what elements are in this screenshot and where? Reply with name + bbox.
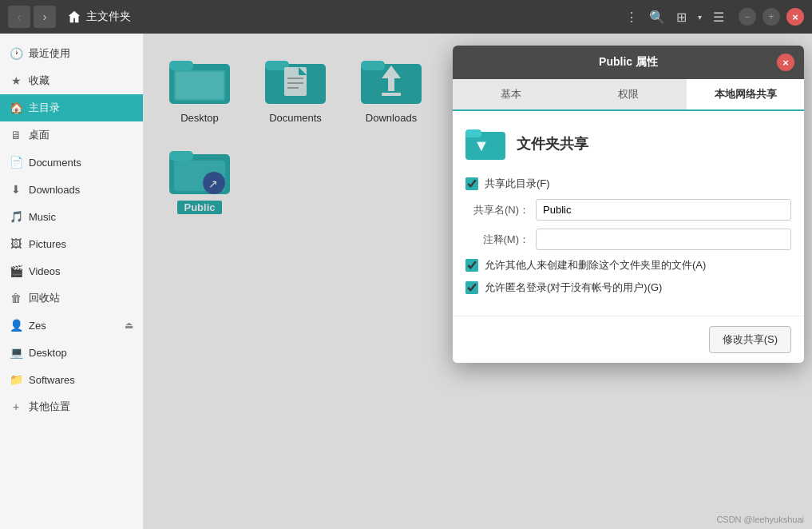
- share-checkbox-row: 共享此目录(F): [465, 177, 791, 191]
- star-icon: ★: [10, 74, 22, 87]
- sidebar-item-pictures[interactable]: 🖼 Pictures: [0, 230, 143, 257]
- share-directory-label: 共享此目录(F): [485, 177, 550, 191]
- sidebar-item-trash[interactable]: 🗑 回收站: [0, 284, 143, 312]
- sidebar-label-softwares: Softwares: [29, 374, 75, 386]
- sidebar-label-trash: 回收站: [29, 291, 60, 305]
- dialog-tabs: 基本 权限 本地网络共享: [453, 79, 804, 111]
- share-name-row: 共享名(N)：: [465, 199, 791, 221]
- share-directory-checkbox[interactable]: [465, 177, 478, 190]
- dialog-folder-icon: ▼: [465, 124, 505, 164]
- titlebar: ‹ › 主文件夹 ⋮ 🔍 ⊞ ▾ ☰ − + ×: [0, 0, 812, 34]
- sidebar-item-documents[interactable]: 📄 Documents: [0, 149, 143, 176]
- sidebar-item-home[interactable]: 🏠 主目录: [0, 94, 143, 121]
- documents-icon: 📄: [10, 156, 22, 169]
- search-icon[interactable]: 🔍: [649, 10, 665, 25]
- sidebar-label-desktop: 桌面: [29, 128, 50, 142]
- allow-guest-label: 允许匿名登录(对于没有帐号的用户)(G): [485, 280, 662, 295]
- dialog-close-button[interactable]: ×: [777, 54, 794, 71]
- sidebar-label-music: Music: [29, 211, 56, 223]
- sidebar-label-downloads: Downloads: [29, 184, 80, 196]
- menu-dots-icon[interactable]: ⋮: [625, 10, 638, 25]
- grid-view-icon[interactable]: ⊞: [676, 10, 687, 25]
- sidebar-item-videos[interactable]: 🎬 Videos: [0, 257, 143, 284]
- sidebar-item-desktop[interactable]: 🖥 桌面: [0, 121, 143, 149]
- tab-sharing[interactable]: 本地网络共享: [687, 79, 804, 111]
- dialog-body: ▼ 文件夹共享 共享此目录(F) 共享名(N)：: [453, 111, 804, 316]
- allow-create-row: 允许其他人来创建和删除这个文件夹里的文件(A): [465, 258, 791, 272]
- svg-text:▼: ▼: [473, 137, 489, 154]
- view-dropdown-icon[interactable]: ▾: [698, 13, 702, 22]
- clock-icon: 🕐: [10, 47, 22, 60]
- titlebar-title: 主文件夹: [86, 10, 131, 24]
- sidebar-item-desktop2[interactable]: 💻 Desktop: [0, 339, 143, 366]
- tab-basic[interactable]: 基本: [453, 79, 570, 109]
- sidebar-item-zes[interactable]: 👤 Zes ⏏: [0, 312, 143, 339]
- allow-guest-checkbox[interactable]: [465, 281, 478, 294]
- tab-permissions[interactable]: 权限: [570, 79, 687, 109]
- home-nav-icon: 🏠: [10, 101, 22, 114]
- user-icon: 👤: [10, 319, 22, 332]
- dialog-section-title: 文件夹共享: [517, 134, 588, 153]
- videos-icon: 🎬: [10, 264, 22, 277]
- plus-icon: +: [10, 400, 22, 413]
- dialog-header: ▼ 文件夹共享: [465, 124, 791, 164]
- share-name-input[interactable]: [536, 199, 791, 221]
- sidebar-label-home: 主目录: [29, 101, 60, 115]
- sidebar-item-downloads[interactable]: ⬇ Downloads: [0, 176, 143, 203]
- sidebar-label-starred: 收藏: [29, 74, 50, 88]
- minimize-button[interactable]: −: [739, 8, 756, 26]
- forward-icon: ›: [43, 10, 47, 23]
- forward-button[interactable]: ›: [34, 6, 56, 28]
- dialog-overlay: Public 属性 × 基本 权限 本地网络共享: [144, 34, 812, 529]
- main-layout: 🕐 最近使用 ★ 收藏 🏠 主目录 🖥 桌面 📄 Documents ⬇ Dow…: [0, 34, 812, 529]
- softwares-icon: 📁: [10, 373, 22, 386]
- file-area: Desktop Documents: [144, 34, 812, 529]
- sidebar-label-pictures: Pictures: [29, 238, 66, 250]
- desktop2-icon: 💻: [10, 346, 22, 359]
- nav-buttons: ‹ ›: [8, 6, 56, 28]
- home-icon: [67, 10, 81, 24]
- close-button[interactable]: ×: [786, 8, 804, 26]
- back-icon: ‹: [18, 10, 22, 23]
- trash-icon: 🗑: [10, 292, 22, 304]
- allow-guest-row: 允许匿名登录(对于没有帐号的用户)(G): [465, 280, 791, 295]
- dialog-footer: 修改共享(S): [453, 316, 804, 363]
- sidebar-label-videos: Videos: [29, 265, 61, 277]
- properties-dialog: Public 属性 × 基本 权限 本地网络共享: [453, 46, 804, 363]
- sidebar-label-recent: 最近使用: [29, 46, 70, 61]
- back-button[interactable]: ‹: [8, 6, 30, 28]
- sidebar-label-desktop2: Desktop: [29, 347, 67, 359]
- comment-row: 注释(M)：: [465, 229, 791, 250]
- sidebar-label-documents: Documents: [29, 157, 81, 169]
- list-view-icon[interactable]: ☰: [713, 10, 724, 25]
- eject-icon: ⏏: [125, 320, 133, 331]
- allow-create-checkbox[interactable]: [465, 259, 478, 272]
- submit-sharing-button[interactable]: 修改共享(S): [709, 326, 791, 353]
- sidebar-label-other: 其他位置: [29, 400, 70, 414]
- dialog-titlebar: Public 属性 ×: [453, 46, 804, 79]
- music-icon: 🎵: [10, 210, 22, 223]
- allow-create-label: 允许其他人来创建和删除这个文件夹里的文件(A): [485, 258, 706, 272]
- share-name-label: 共享名(N)：: [465, 203, 529, 217]
- sidebar-item-music[interactable]: 🎵 Music: [0, 203, 143, 230]
- dialog-close-icon: ×: [782, 57, 789, 69]
- window-controls: − + ×: [739, 8, 804, 26]
- sidebar-item-softwares[interactable]: 📁 Softwares: [0, 366, 143, 393]
- downloads-icon: ⬇: [10, 183, 22, 196]
- maximize-button[interactable]: +: [762, 8, 780, 26]
- sidebar: 🕐 最近使用 ★ 收藏 🏠 主目录 🖥 桌面 📄 Documents ⬇ Dow…: [0, 34, 144, 529]
- sidebar-item-starred[interactable]: ★ 收藏: [0, 67, 143, 94]
- sidebar-label-zes: Zes: [29, 320, 46, 332]
- sidebar-item-other[interactable]: + 其他位置: [0, 393, 143, 420]
- desktop-icon: 🖥: [10, 129, 22, 141]
- home-path: 主文件夹: [67, 10, 131, 24]
- toolbar-actions: ⋮ 🔍 ⊞ ▾ ☰: [625, 10, 724, 25]
- comment-label: 注释(M)：: [465, 233, 529, 247]
- comment-input[interactable]: [536, 229, 791, 250]
- dialog-title: Public 属性: [599, 55, 658, 70]
- sidebar-item-recent[interactable]: 🕐 最近使用: [0, 40, 143, 67]
- pictures-icon: 🖼: [10, 237, 22, 250]
